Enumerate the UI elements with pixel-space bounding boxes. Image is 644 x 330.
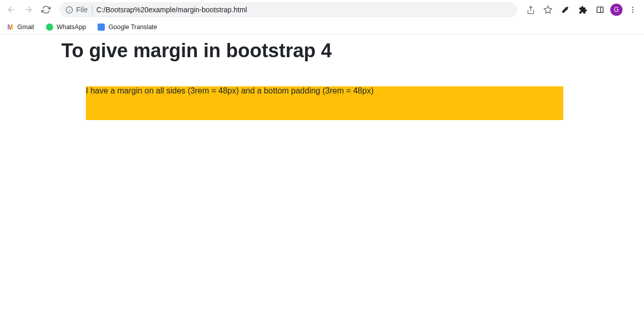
bookmark-google-translate[interactable]: Google Translate bbox=[95, 22, 159, 32]
bookmarks-bar: M Gmail WhatsApp Google Translate bbox=[0, 19, 644, 35]
divider bbox=[92, 5, 93, 14]
bookmark-label: Google Translate bbox=[108, 23, 157, 31]
bookmark-whatsapp[interactable]: WhatsApp bbox=[43, 22, 88, 32]
avatar-letter: G bbox=[614, 6, 618, 13]
toolbar-right: G bbox=[523, 3, 640, 17]
forward-button[interactable] bbox=[21, 3, 36, 17]
site-info[interactable]: File bbox=[65, 6, 88, 14]
profile-avatar[interactable]: G bbox=[610, 4, 623, 16]
gmail-icon: M bbox=[6, 23, 14, 31]
url-text: C:/Bootsrap%20example/margin-bootstrap.h… bbox=[97, 6, 247, 14]
svg-rect-4 bbox=[597, 7, 603, 13]
page-heading: To give margin in bootstrap 4 bbox=[61, 40, 644, 62]
bookmark-star-icon[interactable] bbox=[541, 3, 555, 17]
google-translate-icon bbox=[97, 23, 105, 31]
bookmark-label: Gmail bbox=[17, 23, 34, 31]
menu-icon[interactable] bbox=[626, 3, 640, 17]
share-icon[interactable] bbox=[523, 3, 538, 17]
file-label: File bbox=[76, 6, 88, 14]
bookmark-gmail[interactable]: M Gmail bbox=[4, 22, 36, 32]
bookmark-label: WhatsApp bbox=[57, 23, 86, 31]
back-button[interactable] bbox=[4, 3, 18, 17]
margin-demo-box: I have a margin on all sides (3rem = 48p… bbox=[86, 86, 563, 120]
info-icon bbox=[65, 6, 73, 14]
browser-toolbar: File C:/Bootsrap%20example/margin-bootst… bbox=[0, 0, 644, 19]
extensions-icon[interactable] bbox=[576, 3, 590, 17]
page-content: To give margin in bootstrap 4 I have a m… bbox=[0, 40, 644, 120]
container: I have a margin on all sides (3rem = 48p… bbox=[61, 86, 583, 120]
svg-point-8 bbox=[632, 11, 634, 13]
svg-point-7 bbox=[632, 9, 634, 11]
reload-button[interactable] bbox=[39, 3, 53, 17]
svg-point-6 bbox=[632, 7, 634, 8]
eyedropper-icon[interactable] bbox=[558, 3, 572, 17]
address-bar[interactable]: File C:/Bootsrap%20example/margin-bootst… bbox=[59, 2, 517, 17]
panel-icon[interactable] bbox=[593, 3, 607, 17]
whatsapp-icon bbox=[45, 23, 54, 31]
svg-marker-3 bbox=[544, 6, 552, 13]
